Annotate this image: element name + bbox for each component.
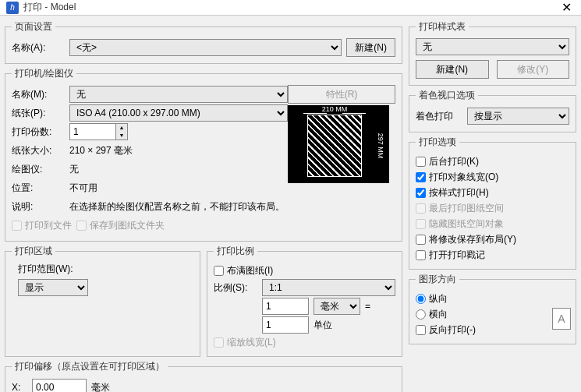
printer-group: 打印机/绘图仪 名称(M): 无 纸张(P): ISO A4 (210.00 x…: [5, 67, 402, 242]
landscape-radio[interactable]: 横向: [416, 306, 569, 322]
location-value: 不可用: [69, 182, 97, 195]
shade-select[interactable]: 按显示: [467, 108, 569, 125]
equals-label: =: [365, 301, 370, 312]
save-to-paper-check: 保存到图纸文件夹: [76, 217, 165, 233]
new-page-button[interactable]: 新建(N): [346, 38, 395, 57]
app-icon: h: [6, 2, 19, 14]
plot-style-group: 打印样式表 无 新建(N) 修改(Y): [409, 20, 576, 86]
x-label: X:: [12, 382, 27, 392]
print-area-group: 打印区域 打印范围(W): 显示: [5, 245, 200, 357]
printer-legend: 打印机/绘图仪: [12, 67, 76, 80]
desc-value: 在选择新的绘图仪配置名称之前，不能打印该布局。: [69, 200, 285, 214]
preview-width-label: 210 MM: [303, 105, 366, 113]
paper-select[interactable]: ISO A4 (210.00 x 297.00 MM): [69, 104, 288, 122]
spin-up-icon[interactable]: ▲: [116, 124, 127, 132]
copies-label: 打印份数:: [12, 125, 65, 139]
print-scale-group: 打印比例 布满图纸(I) 比例(S): 1:1 毫米 = 单位 缩放线宽: [207, 245, 402, 357]
shade-label: 着色打印: [416, 110, 462, 123]
scale-select[interactable]: 1:1: [262, 279, 395, 296]
shade-legend: 着色视口选项: [416, 89, 478, 102]
paper-preview: 210 MM 297 MM: [288, 105, 389, 183]
x-unit: 毫米: [91, 381, 110, 393]
page-setup-legend: 页面设置: [12, 20, 55, 34]
titlebar: h 打印 - Model ✕: [0, 0, 581, 16]
last-space-check: 最后打印图纸空间: [416, 200, 569, 216]
page-name-label: 名称(A):: [12, 41, 65, 55]
printer-name-select[interactable]: 无: [69, 86, 288, 103]
print-offset-legend: 打印偏移（原点设置在可打印区域）: [12, 360, 168, 373]
style-modify-button: 修改(Y): [497, 60, 570, 79]
lineweight-check[interactable]: 打印对象线宽(O): [416, 169, 569, 185]
orientation-legend: 图形方向: [416, 273, 459, 286]
bystyle-check[interactable]: 按样式打印(H): [416, 185, 569, 200]
print-area-legend: 打印区域: [12, 245, 55, 258]
orientation-group: 图形方向 纵向 横向 反向打印(-) A: [409, 273, 576, 344]
copies-spinner[interactable]: ▲▼: [69, 123, 128, 140]
plot-style-select[interactable]: 无: [416, 38, 569, 55]
printer-name-label: 名称(M):: [12, 88, 65, 101]
stamp-check[interactable]: 打开打印戳记: [416, 247, 569, 263]
scale-lw-check: 缩放线宽(L): [214, 334, 395, 350]
spin-down-icon[interactable]: ▼: [116, 132, 127, 139]
print-scale-legend: 打印比例: [214, 245, 257, 258]
range-select[interactable]: 显示: [18, 279, 88, 296]
desc-label: 说明:: [12, 200, 65, 214]
size-value: 210 × 297 毫米: [69, 144, 133, 157]
plotter-label: 绘图仪:: [12, 163, 65, 176]
style-new-button[interactable]: 新建(N): [416, 60, 489, 79]
preview-paper: [307, 115, 362, 177]
shade-group: 着色视口选项 着色打印 按显示: [409, 89, 576, 132]
portrait-radio[interactable]: 纵向: [416, 291, 569, 306]
bg-print-check[interactable]: 后台打印(K): [416, 154, 569, 169]
page-setup-group: 页面设置 名称(A): <无> 新建(N): [5, 20, 402, 64]
scale-unit1-select[interactable]: 毫米: [314, 298, 360, 315]
copies-input[interactable]: [69, 123, 116, 140]
print-options-legend: 打印选项: [416, 136, 459, 149]
reverse-print-check[interactable]: 反向打印(-): [416, 322, 569, 337]
plot-style-legend: 打印样式表: [416, 20, 469, 34]
range-label: 打印范围(W):: [18, 263, 193, 276]
paper-label: 纸张(P):: [12, 107, 65, 120]
plotter-value: 无: [69, 163, 79, 176]
hide-space-check: 隐藏图纸空间对象: [416, 216, 569, 231]
print-offset-group: 打印偏移（原点设置在可打印区域） X: 毫米 Y: 毫米 居中打印(C): [5, 360, 402, 392]
scale-unit2-label: 单位: [314, 319, 332, 332]
fit-to-paper-check[interactable]: 布满图纸(I): [214, 263, 395, 278]
properties-button: 特性(R): [288, 85, 395, 104]
print-to-file-check: 打印到文件: [12, 217, 72, 233]
location-label: 位置:: [12, 182, 65, 195]
window-title: 打印 - Model: [23, 1, 76, 14]
orientation-icon: A: [552, 308, 571, 330]
x-input[interactable]: [32, 379, 87, 392]
page-name-select[interactable]: <无>: [69, 39, 342, 56]
scale-label: 比例(S):: [214, 281, 257, 295]
preview-height-label: 297 MM: [375, 115, 386, 177]
close-icon[interactable]: ✕: [558, 0, 575, 15]
print-options-group: 打印选项 后台打印(K) 打印对象线宽(O) 按样式打印(H) 最后打印图纸空间…: [409, 136, 576, 270]
save-layout-check[interactable]: 将修改保存到布局(Y): [416, 231, 569, 247]
size-label: 纸张大小:: [12, 144, 65, 157]
scale-num2-input[interactable]: [262, 316, 309, 334]
scale-num1-input[interactable]: [262, 298, 309, 315]
center-print-check[interactable]: 居中打印(C): [133, 389, 197, 392]
